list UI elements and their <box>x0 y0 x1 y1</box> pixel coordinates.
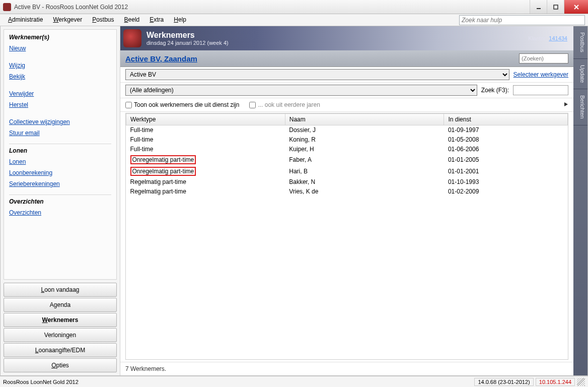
tab-update[interactable]: Update <box>573 59 587 89</box>
menu-beeld[interactable]: Beeld <box>119 14 145 26</box>
close-button[interactable] <box>564 0 588 14</box>
section-overzichten: Overzichten <box>9 198 111 205</box>
minimize-button[interactable] <box>530 0 547 14</box>
werkgever-select[interactable]: Active BV <box>125 69 509 80</box>
section-werknemers: Werknemer(s) <box>9 34 111 41</box>
zoek-input[interactable] <box>513 85 568 95</box>
maximize-button[interactable] <box>547 0 564 14</box>
menu-werkgever[interactable]: Werkgever <box>48 14 87 26</box>
menu-extra[interactable]: Extra <box>144 14 169 26</box>
status-ip: 10.105.1.244 <box>536 378 575 386</box>
right-tabs: Postbus Update Berichten <box>573 26 587 375</box>
table-row[interactable]: Full-timeKuiper, H01-06-2006 <box>126 145 568 154</box>
link-collectieve[interactable]: Collectieve wijzigingen <box>9 116 111 127</box>
check-uitdienst[interactable]: Toon ook werknemers die uit dienst zijn <box>125 101 239 108</box>
main-area: Werknemers dinsdag 24 januari 2012 (week… <box>120 26 573 375</box>
statusbar: RoosRoos LoonNet Gold 2012 14.0.68 (23-0… <box>0 376 588 387</box>
sidebar-nav-buttons: Loon vandaag Agenda Werknemers Verloning… <box>4 283 117 372</box>
selecteer-werkgever-link[interactable]: Selecteer werkgever <box>513 71 568 78</box>
play-button[interactable] <box>563 101 568 108</box>
table-row[interactable]: Full-timeDossier, J01-09-1997 <box>126 125 568 135</box>
table-row[interactable]: Full-timeKoning, R01-05-2008 <box>126 135 568 145</box>
col-werktype[interactable]: Werktype <box>126 114 285 125</box>
tab-postbus[interactable]: Postbus <box>573 26 587 59</box>
col-naam[interactable]: Naam <box>285 114 444 125</box>
window-title: Active BV - RoosRoos LoonNet Gold 2012 <box>14 4 128 11</box>
table-footer: 7 Werknemers. <box>120 362 573 375</box>
werkgever-bar: Active BV Selecteer werkgever <box>120 67 573 83</box>
table-row[interactable]: Regelmatig part-timeVries, K de01-02-200… <box>126 187 568 197</box>
svg-marker-4 <box>564 102 568 106</box>
afdeling-select[interactable]: (Alle afdelingen) <box>125 85 477 96</box>
help-search-input[interactable] <box>459 15 585 25</box>
table-row[interactable]: Onregelmatig part-timeHari, B01-01-2001 <box>126 166 568 177</box>
table-row[interactable]: Onregelmatig part-timeFaber, A01-01-2005 <box>126 154 568 166</box>
link-overzichten[interactable]: Overzichten <box>9 207 111 218</box>
header-icon <box>123 29 141 47</box>
menu-administratie[interactable]: Administratie <box>3 14 48 26</box>
employees-table: Werktype Naam In dienst Full-timeDossier… <box>126 113 568 197</box>
link-stuur-email[interactable]: Stuur email <box>9 127 111 139</box>
app-icon <box>3 3 11 11</box>
status-version: 14.0.68 (23-01-2012) <box>474 378 533 386</box>
btn-loonaangifte[interactable]: Loonaangifte/EDM <box>4 343 117 357</box>
menu-postbus[interactable]: Postbus <box>87 14 119 26</box>
svg-rect-1 <box>554 5 558 9</box>
window-titlebar: Active BV - RoosRoos LoonNet Gold 2012 <box>0 0 588 14</box>
subheader: Active BV, Zaandam <box>120 50 573 67</box>
link-loonberekening[interactable]: Loonberekening <box>9 167 111 178</box>
btn-verloningen[interactable]: Verloningen <box>4 328 117 342</box>
link-serieberekeningen[interactable]: Serieberekeningen <box>9 178 111 189</box>
sidebar: Werknemer(s) Nieuw Wijzig Bekijk Verwijd… <box>1 26 120 375</box>
menu-help[interactable]: Help <box>169 14 191 26</box>
section-lonen: Lonen <box>9 147 111 154</box>
btn-agenda[interactable]: Agenda <box>4 298 117 312</box>
content-header: Werknemers dinsdag 24 januari 2012 (week… <box>120 26 573 50</box>
status-product: RoosRoos LoonNet Gold 2012 <box>3 379 79 385</box>
link-wijzig[interactable]: Wijzig <box>9 60 111 71</box>
btn-werknemers[interactable]: Werknemers <box>4 313 117 327</box>
link-nieuw[interactable]: Nieuw <box>9 43 111 54</box>
zoek-label: Zoek (F3): <box>481 87 509 94</box>
link-verwijder[interactable]: Verwijder <box>9 88 111 99</box>
resize-grip-icon[interactable] <box>577 378 585 386</box>
employees-table-wrap: Werktype Naam In dienst Full-timeDossier… <box>125 113 568 360</box>
btn-opties[interactable]: Opties <box>4 358 117 372</box>
checkbox-row: Toon ook werknemers die uit dienst zijn … <box>120 98 573 112</box>
menubar: Administratie Werkgever Postbus Beeld Ex… <box>0 14 588 26</box>
afdeling-bar: (Alle afdelingen) Zoek (F3): <box>120 83 573 98</box>
page-date: dinsdag 24 januari 2012 (week 4) <box>146 40 229 46</box>
klantnr: Klantnr: 141434 <box>528 35 567 41</box>
link-herstel[interactable]: Herstel <box>9 99 111 110</box>
col-indienst[interactable]: In dienst <box>444 114 568 125</box>
company-link[interactable]: Active BV, Zaandam <box>125 54 197 63</box>
link-bekijk[interactable]: Bekijk <box>9 71 111 82</box>
subheader-search[interactable] <box>519 53 568 63</box>
btn-loon-vandaag[interactable]: Loon vandaag <box>4 283 117 297</box>
page-title: Werknemers <box>146 31 229 40</box>
klantnr-link[interactable]: 141434 <box>549 35 567 41</box>
tab-berichten[interactable]: Berichten <box>573 89 587 125</box>
check-eerdere[interactable]: ... ook uit eerdere jaren <box>249 101 320 108</box>
table-row[interactable]: Regelmatig part-timeBakker, N01-10-1993 <box>126 177 568 187</box>
sidebar-panel: Werknemer(s) Nieuw Wijzig Bekijk Verwijd… <box>4 29 117 280</box>
link-lonen[interactable]: Lonen <box>9 156 111 167</box>
